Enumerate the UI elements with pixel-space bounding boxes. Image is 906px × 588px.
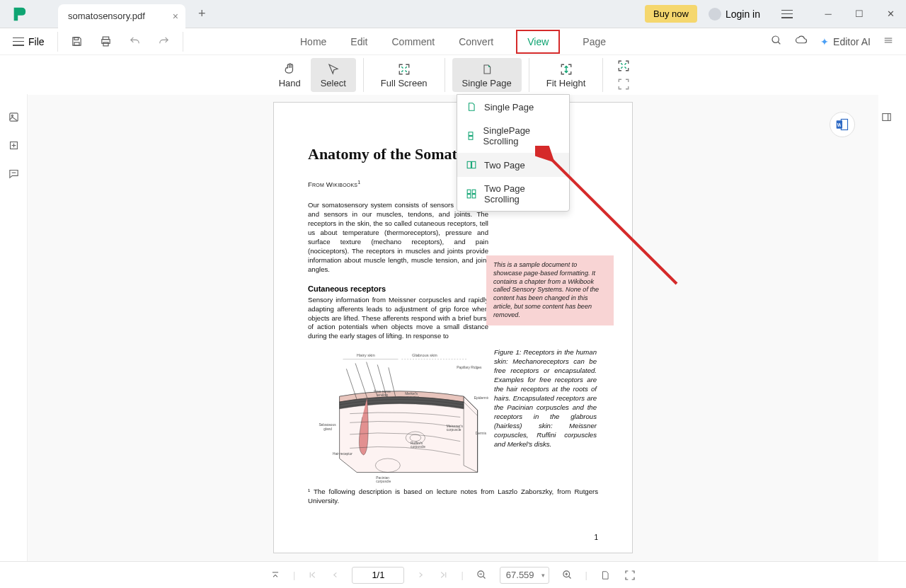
maximize-button[interactable]: ☐ [844, 0, 875, 28]
menu-home[interactable]: Home [299, 30, 328, 54]
close-window-button[interactable]: ✕ [875, 0, 906, 28]
bottombar: | | 67.559 | [0, 561, 906, 588]
doc-intro: Our somatosensory system consists of sen… [308, 201, 488, 275]
close-tab-icon[interactable]: × [173, 11, 178, 22]
svg-text:receptor: receptor [406, 396, 419, 399]
pageview-dropdown: Single Page SinglePage Scrolling Two Pag… [457, 94, 570, 212]
svg-text:ending: ending [377, 394, 388, 398]
page-number: 1 [594, 534, 598, 541]
zoom-out-icon[interactable] [475, 570, 488, 580]
svg-rect-4 [103, 42, 108, 46]
actual-size-icon[interactable] [617, 77, 630, 91]
cursor-icon [327, 62, 340, 76]
actual-pixel-icon[interactable] [599, 570, 612, 581]
buy-now-button[interactable]: Buy now [645, 5, 697, 23]
print-icon[interactable] [100, 35, 112, 47]
footnote: ¹ The following description is based on … [308, 488, 598, 506]
svg-text:Sebaceous: Sebaceous [319, 423, 336, 427]
sample-note: This is a sample document to showcase pa… [486, 255, 614, 325]
svg-rect-14 [467, 190, 471, 193]
svg-text:Dermis: Dermis [476, 432, 487, 435]
two-page-icon [466, 159, 477, 171]
menu-edit[interactable]: Edit [349, 30, 369, 54]
zoom-dropdown[interactable]: 67.559 [500, 567, 549, 584]
svg-point-5 [772, 36, 779, 42]
svg-rect-13 [472, 161, 476, 168]
svg-text:corpuscle: corpuscle [447, 428, 461, 432]
hand-label: Hand [279, 78, 301, 88]
fit-height-icon [560, 62, 573, 76]
figure-1-caption: Figure 1: Receptors in the human skin: M… [494, 348, 597, 486]
menu-comment[interactable]: Comment [390, 30, 436, 54]
svg-rect-26 [883, 113, 890, 120]
page-number-input[interactable] [352, 567, 404, 584]
figure-1-image: Hairy skin Glabrous skin Papillary Ridge… [308, 348, 488, 486]
next-page-icon[interactable] [415, 570, 426, 580]
document-tab[interactable]: somatosensory.pdf × [58, 4, 185, 28]
select-tool-button[interactable]: Select [311, 58, 356, 92]
pageview-dropdown-button[interactable]: Single Page [452, 58, 522, 92]
main-menu-icon[interactable] [772, 0, 803, 28]
svg-text:gland: gland [323, 427, 332, 431]
first-page-icon[interactable] [306, 570, 319, 580]
titlebar: somatosensory.pdf × + Buy now Login in ─… [0, 0, 906, 28]
titlebar-right: Buy now Login in ─ ☐ ✕ [645, 0, 906, 28]
more-icon[interactable] [883, 35, 893, 48]
two-page-scroll-icon [466, 188, 477, 200]
redo-icon[interactable] [158, 35, 170, 47]
svg-line-6 [778, 42, 780, 44]
search-icon[interactable] [771, 35, 782, 49]
dropdown-single-scroll[interactable]: SinglePage Scrolling [457, 119, 569, 153]
hand-tool-button[interactable]: Hand [269, 58, 311, 92]
cloud-icon[interactable] [795, 34, 808, 50]
document-viewport[interactable]: Anatomy of the Somatosensory System From… [28, 95, 878, 561]
save-icon[interactable] [71, 35, 83, 47]
editor-ai-button[interactable]: ✦ Editor AI [820, 36, 871, 47]
fullscreen-button[interactable]: Full Screen [371, 58, 437, 92]
dropdown-single-page[interactable]: Single Page [457, 95, 569, 119]
page-icon [481, 62, 493, 76]
menu-view[interactable]: View [516, 30, 560, 54]
svg-line-68 [568, 576, 570, 578]
view-ribbon: Hand Select Full Screen Single Page Fit … [0, 55, 906, 95]
thumbnails-icon[interactable] [5, 108, 22, 125]
login-button[interactable]: Login in [701, 8, 767, 21]
svg-rect-16 [467, 195, 471, 198]
svg-rect-17 [472, 195, 476, 198]
svg-text:Hairy skin: Hairy skin [357, 353, 375, 357]
file-menu[interactable]: File [0, 32, 58, 52]
fit-height-label: Fit Height [546, 78, 586, 88]
comments-icon[interactable] [5, 165, 22, 182]
dropdown-two-page[interactable]: Two Page [457, 153, 569, 177]
scroll-top-icon[interactable] [269, 570, 282, 580]
dropdown-two-page-scroll[interactable]: Two Page Scrolling [457, 177, 569, 211]
svg-point-21 [11, 115, 13, 116]
menu-page[interactable]: Page [581, 30, 607, 54]
doc-cutaneous: Sensory information from Meissner corpus… [308, 296, 488, 342]
svg-rect-11 [469, 137, 473, 140]
svg-rect-0 [74, 38, 79, 40]
fit-page-icon[interactable] [623, 570, 637, 581]
bookmarks-icon[interactable] [5, 137, 22, 154]
new-tab-button[interactable]: + [198, 6, 206, 21]
app-logo [8, 4, 30, 25]
topbar: File Home Edit Comment Convert View Page… [0, 28, 906, 55]
fit-width-icon[interactable] [617, 59, 630, 73]
zoom-in-icon[interactable] [561, 570, 574, 580]
minimize-button[interactable]: ─ [813, 0, 844, 28]
menu-convert[interactable]: Convert [457, 30, 495, 54]
page-scroll-icon [466, 130, 476, 142]
prev-page-icon[interactable] [330, 570, 340, 580]
undo-icon[interactable] [129, 35, 141, 47]
page-single-icon [466, 101, 477, 113]
panel-toggle-icon[interactable] [878, 108, 895, 125]
svg-rect-12 [467, 161, 471, 168]
hand-icon [283, 62, 297, 76]
svg-line-37 [355, 364, 367, 398]
svg-text:Epidermis: Epidermis [474, 396, 488, 400]
last-page-icon[interactable] [437, 570, 449, 580]
fit-height-button[interactable]: Fit Height [537, 58, 596, 92]
convert-word-badge[interactable]: W [830, 112, 855, 137]
sparkle-icon: ✦ [820, 36, 829, 47]
fullscreen-icon [398, 62, 411, 76]
